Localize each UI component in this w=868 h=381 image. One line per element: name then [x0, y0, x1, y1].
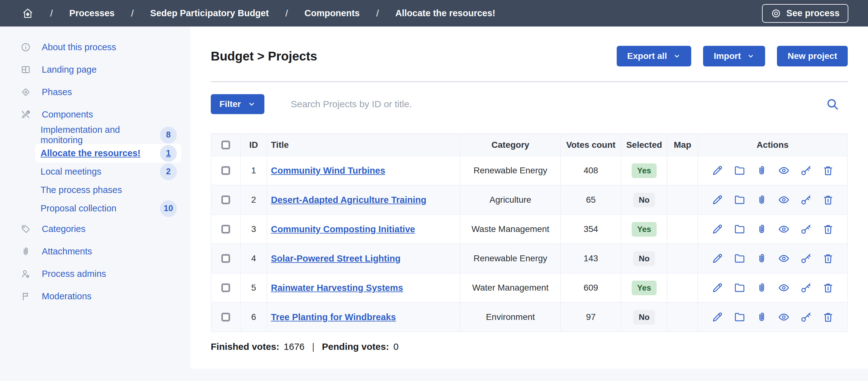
sidebar-item-categories[interactable]: Categories	[0, 218, 190, 240]
edit-icon[interactable]	[712, 282, 723, 294]
attachments-icon[interactable]	[756, 165, 768, 177]
home-gear-icon[interactable]	[22, 7, 34, 19]
project-title-link[interactable]: Tree Planting for Windbreaks	[271, 312, 396, 322]
map-cell	[667, 185, 698, 215]
project-title-link[interactable]: Desert-Adapted Agriculture Training	[271, 195, 426, 205]
sidebar-item-implementation-monitoring[interactable]: Implementation and monitoring 8	[35, 126, 181, 144]
row-checkbox[interactable]	[221, 166, 230, 175]
attachments-icon[interactable]	[756, 253, 768, 264]
delete-icon[interactable]	[822, 311, 834, 323]
sidebar-item-label: About this process	[42, 42, 116, 52]
folder-icon[interactable]	[734, 311, 745, 323]
project-category: Waste Management	[460, 215, 561, 244]
edit-icon[interactable]	[712, 165, 723, 177]
sidebar-item-attachments[interactable]: Attachments	[0, 240, 190, 262]
sidebar-item-components[interactable]: Components	[0, 103, 190, 126]
filter-button[interactable]: Filter	[211, 94, 265, 114]
count-badge: 2	[160, 163, 177, 180]
delete-icon[interactable]	[822, 194, 834, 206]
folder-icon[interactable]	[734, 165, 745, 177]
new-project-button[interactable]: New project	[777, 46, 848, 66]
attachments-icon[interactable]	[756, 223, 768, 235]
sidebar-item-label: Attachments	[42, 246, 92, 257]
breadcrumb-components[interactable]: Components	[304, 8, 360, 19]
folder-icon[interactable]	[734, 223, 745, 235]
permissions-icon[interactable]	[800, 165, 812, 177]
user-gear-icon	[20, 269, 31, 279]
sidebar-item-label: Components	[42, 109, 93, 120]
table-row: 4 Solar-Powered Street Lighting Renewabl…	[211, 244, 847, 273]
sidebar-item-proposal-collection[interactable]: Proposal collection 10	[35, 199, 181, 218]
delete-icon[interactable]	[822, 165, 834, 177]
map-cell	[667, 244, 698, 273]
row-checkbox[interactable]	[221, 225, 230, 233]
preview-icon[interactable]	[778, 223, 790, 235]
permissions-icon[interactable]	[800, 194, 812, 206]
permissions-icon[interactable]	[800, 282, 812, 294]
attachments-icon[interactable]	[756, 194, 768, 206]
sidebar-item-phases[interactable]: Phases	[0, 81, 190, 103]
table-header-row: ID Title Category Votes count Selected M…	[211, 134, 847, 156]
breadcrumb-process-name[interactable]: Sedep Participatory Budget	[150, 8, 269, 19]
edit-icon[interactable]	[712, 311, 723, 323]
search-input[interactable]	[290, 98, 826, 110]
votes-summary: Finished votes: 1676 | Pending votes: 0	[211, 341, 848, 352]
folder-icon[interactable]	[734, 282, 745, 294]
breadcrumb-current-component[interactable]: Allocate the resources!	[395, 8, 495, 19]
project-title-link[interactable]: Community Wind Turbines	[271, 165, 385, 176]
preview-icon[interactable]	[778, 253, 790, 264]
breadcrumb-separator: /	[376, 8, 379, 19]
sidebar-item-label: Allocate the resources!	[40, 148, 141, 158]
edit-icon[interactable]	[712, 253, 723, 264]
row-checkbox[interactable]	[221, 283, 230, 292]
count-badge: 1	[160, 145, 177, 162]
votes-count: 609	[561, 273, 621, 303]
select-all-checkbox[interactable]	[221, 140, 230, 149]
table-row: 6 Tree Planting for Windbreaks Environme…	[211, 303, 847, 332]
delete-icon[interactable]	[822, 282, 834, 294]
breadcrumb-processes[interactable]: Processes	[69, 8, 115, 19]
sidebar-item-process-admins[interactable]: Process admins	[0, 262, 190, 285]
finished-votes-value: 1676	[284, 341, 305, 352]
breadcrumb-separator: /	[285, 8, 288, 19]
project-id: 4	[240, 244, 267, 273]
project-category: Renewable Energy	[460, 244, 561, 273]
preview-icon[interactable]	[778, 194, 790, 206]
projects-table: ID Title Category Votes count Selected M…	[211, 133, 848, 332]
delete-icon[interactable]	[822, 223, 834, 235]
row-checkbox[interactable]	[221, 313, 230, 321]
preview-icon[interactable]	[778, 311, 790, 323]
project-title-link[interactable]: Solar-Powered Street Lighting	[271, 253, 401, 263]
project-title-link[interactable]: Rainwater Harvesting Systems	[271, 283, 403, 293]
sidebar-item-local-meetings[interactable]: Local meetings 2	[35, 162, 181, 181]
row-checkbox[interactable]	[221, 195, 230, 204]
main-content: Budget > Projects Export all Import New …	[190, 27, 868, 369]
sidebar-item-moderations[interactable]: Moderations	[0, 285, 190, 308]
folder-icon[interactable]	[734, 253, 745, 264]
sidebar-item-process-phases[interactable]: The process phases	[35, 181, 181, 199]
export-all-button[interactable]: Export all	[617, 46, 691, 66]
attachments-icon[interactable]	[756, 311, 768, 323]
components-sub-list: Implementation and monitoring 8 Allocate…	[0, 126, 190, 218]
sidebar-item-landing-page[interactable]: Landing page	[0, 58, 190, 81]
folder-icon[interactable]	[734, 194, 745, 206]
permissions-icon[interactable]	[800, 223, 812, 235]
search-button[interactable]	[826, 98, 839, 111]
permissions-icon[interactable]	[800, 311, 812, 323]
sidebar-item-allocate-resources[interactable]: Allocate the resources! 1	[35, 144, 181, 162]
sidebar-item-label: Proposal collection	[40, 203, 116, 214]
import-button[interactable]: Import	[703, 46, 765, 66]
edit-icon[interactable]	[712, 194, 723, 206]
count-badge: 8	[160, 127, 177, 144]
preview-icon[interactable]	[778, 165, 790, 177]
edit-icon[interactable]	[712, 223, 723, 235]
column-header-selected: Selected	[621, 134, 667, 156]
see-process-button[interactable]: See process	[762, 4, 848, 23]
preview-icon[interactable]	[778, 282, 790, 294]
row-checkbox[interactable]	[221, 254, 230, 263]
delete-icon[interactable]	[822, 253, 834, 264]
permissions-icon[interactable]	[800, 253, 812, 264]
attachments-icon[interactable]	[756, 282, 768, 294]
sidebar-item-about[interactable]: About this process	[0, 36, 190, 58]
project-title-link[interactable]: Community Composting Initiative	[271, 224, 415, 234]
